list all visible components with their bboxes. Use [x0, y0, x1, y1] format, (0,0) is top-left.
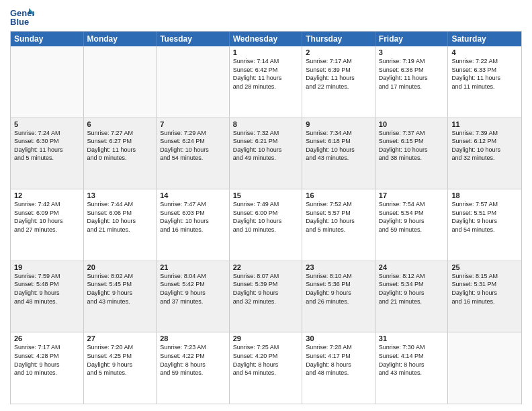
day-info: Sunrise: 7:17 AM Sunset: 4:28 PM Dayligh… — [14, 343, 80, 377]
calendar-header: SundayMondayTuesdayWednesdayThursdayFrid… — [11, 32, 521, 46]
calendar-body: 1Sunrise: 7:14 AM Sunset: 6:42 PM Daylig… — [11, 46, 521, 404]
day-number: 12 — [14, 191, 80, 199]
calendar-cell: 16Sunrise: 7:52 AM Sunset: 5:57 PM Dayli… — [302, 189, 375, 261]
calendar-cell: 8Sunrise: 7:32 AM Sunset: 6:21 PM Daylig… — [230, 118, 303, 189]
calendar-cell: 18Sunrise: 7:57 AM Sunset: 5:51 PM Dayli… — [448, 189, 521, 261]
calendar-cell — [11, 46, 84, 118]
calendar-cell: 19Sunrise: 7:59 AM Sunset: 5:48 PM Dayli… — [11, 261, 84, 332]
day-number: 13 — [87, 191, 153, 199]
day-number: 25 — [451, 263, 518, 271]
day-number: 18 — [451, 191, 518, 199]
day-info: Sunrise: 7:27 AM Sunset: 6:27 PM Dayligh… — [87, 129, 153, 163]
calendar-row-3: 19Sunrise: 7:59 AM Sunset: 5:48 PM Dayli… — [11, 261, 521, 332]
day-info: Sunrise: 7:49 AM Sunset: 6:00 PM Dayligh… — [233, 200, 299, 234]
day-number: 1 — [233, 48, 299, 56]
calendar-cell: 30Sunrise: 7:28 AM Sunset: 4:17 PM Dayli… — [302, 332, 375, 404]
calendar-row-0: 1Sunrise: 7:14 AM Sunset: 6:42 PM Daylig… — [11, 46, 521, 118]
calendar-cell: 31Sunrise: 7:30 AM Sunset: 4:14 PM Dayli… — [375, 332, 449, 404]
day-number: 9 — [306, 120, 371, 128]
day-info: Sunrise: 7:20 AM Sunset: 4:25 PM Dayligh… — [87, 343, 153, 377]
day-info: Sunrise: 7:42 AM Sunset: 6:09 PM Dayligh… — [14, 200, 80, 234]
day-info: Sunrise: 7:30 AM Sunset: 4:14 PM Dayligh… — [379, 343, 445, 377]
day-number: 8 — [233, 120, 299, 128]
calendar-cell — [157, 46, 230, 118]
day-number: 29 — [233, 334, 299, 342]
day-info: Sunrise: 7:52 AM Sunset: 5:57 PM Dayligh… — [306, 200, 371, 234]
day-info: Sunrise: 7:32 AM Sunset: 6:21 PM Dayligh… — [233, 129, 299, 163]
day-number: 31 — [379, 334, 445, 342]
svg-text:Blue: Blue — [10, 17, 29, 27]
day-number: 11 — [451, 120, 518, 128]
calendar-cell: 1Sunrise: 7:14 AM Sunset: 6:42 PM Daylig… — [230, 46, 303, 118]
header-day-monday: Monday — [84, 32, 157, 46]
calendar-cell: 26Sunrise: 7:17 AM Sunset: 4:28 PM Dayli… — [11, 332, 84, 404]
day-info: Sunrise: 7:25 AM Sunset: 4:20 PM Dayligh… — [233, 343, 299, 377]
calendar-cell: 11Sunrise: 7:39 AM Sunset: 6:12 PM Dayli… — [448, 118, 521, 189]
day-number: 14 — [160, 191, 226, 199]
calendar-cell: 22Sunrise: 8:07 AM Sunset: 5:39 PM Dayli… — [230, 261, 303, 332]
calendar-cell: 5Sunrise: 7:24 AM Sunset: 6:30 PM Daylig… — [11, 118, 84, 189]
day-info: Sunrise: 7:17 AM Sunset: 6:39 PM Dayligh… — [306, 57, 371, 91]
calendar-cell: 20Sunrise: 8:02 AM Sunset: 5:45 PM Dayli… — [84, 261, 157, 332]
day-info: Sunrise: 7:54 AM Sunset: 5:54 PM Dayligh… — [379, 200, 445, 234]
calendar-cell: 13Sunrise: 7:44 AM Sunset: 6:06 PM Dayli… — [84, 189, 157, 261]
day-number: 5 — [14, 120, 80, 128]
calendar-cell — [84, 46, 157, 118]
calendar-cell: 3Sunrise: 7:19 AM Sunset: 6:36 PM Daylig… — [375, 46, 449, 118]
calendar-cell: 25Sunrise: 8:15 AM Sunset: 5:31 PM Dayli… — [448, 261, 521, 332]
day-number: 24 — [379, 263, 445, 271]
calendar-cell: 28Sunrise: 7:23 AM Sunset: 4:22 PM Dayli… — [157, 332, 230, 404]
day-info: Sunrise: 8:10 AM Sunset: 5:36 PM Dayligh… — [306, 272, 371, 306]
day-info: Sunrise: 7:44 AM Sunset: 6:06 PM Dayligh… — [87, 200, 153, 234]
calendar-cell: 15Sunrise: 7:49 AM Sunset: 6:00 PM Dayli… — [230, 189, 303, 261]
day-number: 22 — [233, 263, 299, 271]
calendar-row-2: 12Sunrise: 7:42 AM Sunset: 6:09 PM Dayli… — [11, 189, 521, 261]
day-number: 7 — [160, 120, 226, 128]
day-info: Sunrise: 7:37 AM Sunset: 6:15 PM Dayligh… — [379, 129, 445, 163]
header-day-tuesday: Tuesday — [157, 32, 230, 46]
day-number: 6 — [87, 120, 153, 128]
logo-icon: General Blue — [10, 7, 34, 27]
header-day-wednesday: Wednesday — [230, 32, 303, 46]
day-info: Sunrise: 7:59 AM Sunset: 5:48 PM Dayligh… — [14, 272, 80, 306]
day-info: Sunrise: 8:02 AM Sunset: 5:45 PM Dayligh… — [87, 272, 153, 306]
day-number: 2 — [306, 48, 371, 56]
header: General Blue — [10, 7, 522, 27]
page: General Blue SundayMondayTuesdayWednesda… — [0, 0, 532, 411]
day-number: 15 — [233, 191, 299, 199]
day-number: 16 — [306, 191, 371, 199]
calendar-cell: 6Sunrise: 7:27 AM Sunset: 6:27 PM Daylig… — [84, 118, 157, 189]
day-number: 3 — [379, 48, 445, 56]
day-number: 27 — [87, 334, 153, 342]
day-number: 20 — [87, 263, 153, 271]
day-number: 23 — [306, 263, 371, 271]
calendar-row-1: 5Sunrise: 7:24 AM Sunset: 6:30 PM Daylig… — [11, 118, 521, 189]
header-day-sunday: Sunday — [11, 32, 84, 46]
calendar: SundayMondayTuesdayWednesdayThursdayFrid… — [10, 31, 522, 404]
day-info: Sunrise: 8:15 AM Sunset: 5:31 PM Dayligh… — [451, 272, 518, 306]
day-info: Sunrise: 7:14 AM Sunset: 6:42 PM Dayligh… — [233, 57, 299, 91]
day-info: Sunrise: 7:24 AM Sunset: 6:30 PM Dayligh… — [14, 129, 80, 163]
calendar-cell: 7Sunrise: 7:29 AM Sunset: 6:24 PM Daylig… — [157, 118, 230, 189]
day-info: Sunrise: 7:22 AM Sunset: 6:33 PM Dayligh… — [451, 57, 518, 91]
day-number: 21 — [160, 263, 226, 271]
day-info: Sunrise: 7:28 AM Sunset: 4:17 PM Dayligh… — [306, 343, 371, 377]
day-info: Sunrise: 7:23 AM Sunset: 4:22 PM Dayligh… — [160, 343, 226, 377]
day-number: 17 — [379, 191, 445, 199]
header-day-saturday: Saturday — [448, 32, 521, 46]
calendar-cell: 27Sunrise: 7:20 AM Sunset: 4:25 PM Dayli… — [84, 332, 157, 404]
calendar-cell: 24Sunrise: 8:12 AM Sunset: 5:34 PM Dayli… — [375, 261, 449, 332]
calendar-cell: 29Sunrise: 7:25 AM Sunset: 4:20 PM Dayli… — [230, 332, 303, 404]
day-info: Sunrise: 8:12 AM Sunset: 5:34 PM Dayligh… — [379, 272, 445, 306]
day-number: 30 — [306, 334, 371, 342]
calendar-cell: 9Sunrise: 7:34 AM Sunset: 6:18 PM Daylig… — [302, 118, 375, 189]
calendar-cell: 14Sunrise: 7:47 AM Sunset: 6:03 PM Dayli… — [157, 189, 230, 261]
calendar-cell: 23Sunrise: 8:10 AM Sunset: 5:36 PM Dayli… — [302, 261, 375, 332]
calendar-cell: 10Sunrise: 7:37 AM Sunset: 6:15 PM Dayli… — [375, 118, 449, 189]
day-number: 19 — [14, 263, 80, 271]
day-number: 26 — [14, 334, 80, 342]
day-number: 28 — [160, 334, 226, 342]
day-number: 4 — [451, 48, 518, 56]
day-info: Sunrise: 7:34 AM Sunset: 6:18 PM Dayligh… — [306, 129, 371, 163]
day-info: Sunrise: 8:07 AM Sunset: 5:39 PM Dayligh… — [233, 272, 299, 306]
